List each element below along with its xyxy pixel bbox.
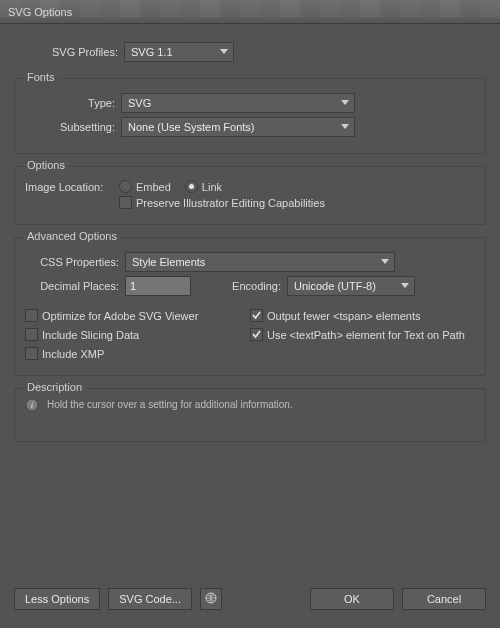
encoding-label: Encoding: [191, 280, 287, 292]
embed-label: Embed [136, 181, 171, 193]
dialog-footer: Less Options SVG Code... OK Cancel [0, 578, 500, 628]
font-type-row: Type: SVG [25, 93, 475, 113]
chevron-down-icon [398, 279, 412, 293]
chevron-down-icon [217, 45, 231, 59]
font-type-dropdown[interactable]: SVG [121, 93, 355, 113]
xmp-row: Include XMP [25, 347, 250, 360]
decimal-label: Decimal Places: [25, 280, 125, 292]
link-label: Link [202, 181, 222, 193]
slicing-row: Include Slicing Data [25, 328, 250, 341]
content-area: SVG Profiles: SVG 1.1 Fonts Type: SVG [0, 24, 500, 578]
chevron-down-icon [338, 96, 352, 110]
svg-profiles-label: SVG Profiles: [14, 46, 124, 58]
description-hint: Hold the cursor over a setting for addit… [47, 399, 293, 410]
encoding-dropdown[interactable]: Unicode (UTF-8) [287, 276, 415, 296]
description-text: i Hold the cursor over a setting for add… [25, 399, 475, 410]
description-legend: Description [23, 381, 86, 393]
optimize-row: Optimize for Adobe SVG Viewer [25, 309, 250, 322]
xmp-label: Include XMP [42, 348, 104, 360]
tspan-row: Output fewer <tspan> elements [250, 309, 475, 322]
preserve-row: Preserve Illustrator Editing Capabilitie… [25, 196, 475, 209]
chevron-down-icon [338, 120, 352, 134]
encoding-value: Unicode (UTF-8) [294, 280, 376, 292]
optimize-label: Optimize for Adobe SVG Viewer [42, 310, 198, 322]
tspan-checkbox[interactable] [250, 309, 263, 322]
svg-profiles-value: SVG 1.1 [131, 46, 173, 58]
less-options-button[interactable]: Less Options [14, 588, 100, 610]
css-properties-row: CSS Properties: Style Elements [25, 252, 475, 272]
tspan-label: Output fewer <tspan> elements [267, 310, 420, 322]
svg-profiles-row: SVG Profiles: SVG 1.1 [14, 42, 486, 62]
embed-radio[interactable] [119, 180, 132, 193]
advanced-checkboxes: Optimize for Adobe SVG Viewer Output few… [25, 306, 475, 363]
css-properties-dropdown[interactable]: Style Elements [125, 252, 395, 272]
textpath-label: Use <textPath> element for Text on Path [267, 329, 465, 341]
decimal-encoding-row: Decimal Places: Encoding: Unicode (UTF-8… [25, 276, 475, 296]
svg-options-dialog: SVG Options SVG Profiles: SVG 1.1 Fonts … [0, 0, 500, 628]
chevron-down-icon [378, 255, 392, 269]
svg-profiles-dropdown[interactable]: SVG 1.1 [124, 42, 234, 62]
optimize-checkbox[interactable] [25, 309, 38, 322]
slicing-checkbox[interactable] [25, 328, 38, 341]
image-location-row: Image Location: Embed Link [25, 180, 475, 193]
textpath-row: Use <textPath> element for Text on Path [250, 328, 475, 341]
preview-web-button[interactable] [200, 588, 222, 610]
options-legend: Options [23, 159, 69, 171]
css-properties-value: Style Elements [132, 256, 205, 268]
slicing-label: Include Slicing Data [42, 329, 139, 341]
info-icon: i [25, 398, 39, 414]
fonts-legend: Fonts [23, 71, 59, 83]
advanced-legend: Advanced Options [23, 230, 121, 242]
options-fieldset: Options Image Location: Embed Link Prese… [14, 166, 486, 225]
css-properties-label: CSS Properties: [25, 256, 125, 268]
titlebar: SVG Options [0, 0, 500, 24]
font-subsetting-label: Subsetting: [25, 121, 121, 133]
window-title: SVG Options [8, 6, 72, 18]
font-type-value: SVG [128, 97, 151, 109]
description-fieldset: Description i Hold the cursor over a set… [14, 388, 486, 442]
font-subsetting-value: None (Use System Fonts) [128, 121, 255, 133]
preserve-checkbox[interactable] [119, 196, 132, 209]
titlebar-blur [0, 0, 500, 18]
preserve-label: Preserve Illustrator Editing Capabilitie… [136, 197, 325, 209]
link-radio[interactable] [185, 180, 198, 193]
font-subsetting-row: Subsetting: None (Use System Fonts) [25, 117, 475, 137]
cancel-button[interactable]: Cancel [402, 588, 486, 610]
xmp-checkbox[interactable] [25, 347, 38, 360]
font-subsetting-dropdown[interactable]: None (Use System Fonts) [121, 117, 355, 137]
textpath-checkbox[interactable] [250, 328, 263, 341]
decimal-input[interactable] [125, 276, 191, 296]
svg-code-button[interactable]: SVG Code... [108, 588, 192, 610]
advanced-fieldset: Advanced Options CSS Properties: Style E… [14, 237, 486, 376]
ok-button[interactable]: OK [310, 588, 394, 610]
image-location-label: Image Location: [25, 181, 119, 193]
globe-icon [205, 592, 217, 606]
fonts-fieldset: Fonts Type: SVG Subsetting: None (Use Sy… [14, 78, 486, 154]
font-type-label: Type: [25, 97, 121, 109]
